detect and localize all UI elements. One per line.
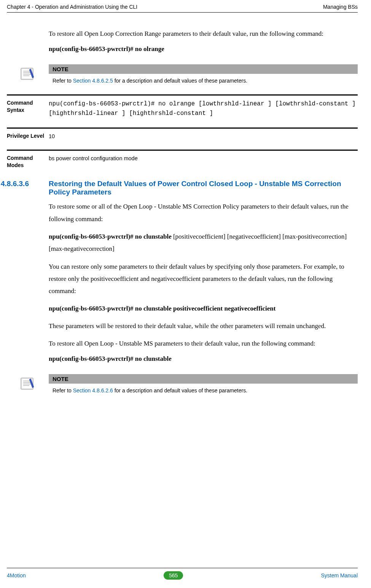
intro-command: npu(config-bs-66053-pwrctrl)# no olrange: [49, 45, 358, 53]
note-link-2[interactable]: Section 4.8.6.2.6: [73, 387, 113, 394]
note-box-2: NOTE Refer to Section 4.8.6.2.6 for a de…: [7, 374, 358, 395]
intro-paragraph: To restore all Open Loop Correction Rang…: [49, 28, 358, 40]
footer-manual: System Manual: [321, 572, 358, 578]
note-icon: [7, 374, 49, 395]
note-body: Refer to Section 4.8.6.2.5 for a descrip…: [49, 74, 358, 85]
section-number: 4.8.6.3.6: [1, 180, 49, 196]
note-icon: [7, 64, 49, 85]
section-command-3: npu(config-bs-66053-pwrctrl)# no clunsta…: [49, 355, 358, 363]
section-command-2: npu(config-bs-66053-pwrctrl)# no clunsta…: [49, 303, 358, 314]
note-box: NOTE Refer to Section 4.8.6.2.5 for a de…: [7, 64, 358, 85]
header-section: Managing BSs: [323, 4, 358, 10]
note-body-2: Refer to Section 4.8.6.2.6 for a descrip…: [49, 384, 358, 395]
command-modes-row: Command Modes bs power control configura…: [7, 150, 358, 173]
section-heading: 4.8.6.3.6 Restoring the Default Values o…: [1, 180, 358, 196]
note-prefix: Refer to: [53, 78, 73, 84]
footer-product: 4Motion: [7, 572, 26, 578]
page-header: Chapter 4 - Operation and Administration…: [7, 4, 358, 13]
page-content: To restore all Open Loop Correction Rang…: [49, 28, 358, 395]
note-prefix-2: Refer to: [53, 387, 73, 394]
command-modes-value: bs power control configuration mode: [49, 155, 358, 169]
note-suffix-2: for a description and default values of …: [113, 387, 247, 394]
note-label: NOTE: [49, 64, 358, 74]
note-suffix: for a description and default values of …: [113, 78, 247, 84]
section-title: Restoring the Default Values of Power Co…: [49, 180, 358, 196]
note-content: NOTE Refer to Section 4.8.6.2.5 for a de…: [49, 64, 358, 85]
command-modes-label: Command Modes: [7, 155, 49, 169]
header-chapter: Chapter 4 - Operation and Administration…: [7, 4, 137, 10]
note-label-2: NOTE: [49, 374, 358, 384]
note-link[interactable]: Section 4.8.6.2.5: [73, 78, 113, 84]
page-footer: 4Motion 565 System Manual: [7, 568, 358, 580]
privilege-level-row: Privilege Level 10: [7, 127, 358, 144]
privilege-level-label: Privilege Level: [7, 132, 49, 140]
cmd-bold-part: npu(config-bs-66053-pwrctrl)# no clunsta…: [49, 233, 172, 240]
section-command-1: npu(config-bs-66053-pwrctrl)# no clunsta…: [49, 231, 358, 255]
section-paragraph-1: To restore some or all of the Open Loop …: [49, 201, 358, 225]
command-syntax-value: npu(config-bs-66053-pwrctrl)# no olrange…: [49, 99, 358, 118]
section-paragraph-3: These parameters will be restored to the…: [49, 320, 358, 332]
command-syntax-label: Command Syntax: [7, 99, 49, 118]
command-syntax-row: Command Syntax npu(config-bs-66053-pwrct…: [7, 94, 358, 122]
note-content-2: NOTE Refer to Section 4.8.6.2.6 for a de…: [49, 374, 358, 395]
privilege-level-value: 10: [49, 132, 358, 140]
page-number-badge: 565: [164, 571, 183, 580]
section-paragraph-2: You can restore only some parameters to …: [49, 261, 358, 298]
section-paragraph-4: To restore all Open Loop - Unstable MS p…: [49, 338, 358, 350]
